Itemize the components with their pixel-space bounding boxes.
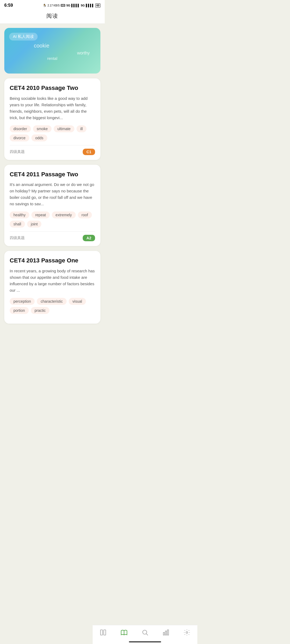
page-title: 阅读 [46,13,58,19]
signal-bars-2: ▌▌▌▌ [86,4,94,7]
penguin-icon: 🐧 [43,4,46,7]
tag-odds[interactable]: odds [31,134,47,141]
signal-5g-1: 5G [66,4,70,7]
tag-disorder[interactable]: disorder [10,125,31,132]
tag-characteristic[interactable]: characteristic [37,298,66,305]
tag-practic[interactable]: practic [31,307,49,314]
tag-ultimate[interactable]: ultimate [54,125,74,132]
tag-repeat[interactable]: repeat [31,211,50,218]
tag-visual[interactable]: visual [69,298,86,305]
tag-shall[interactable]: shall [10,221,25,228]
article-category-2: 四级真题 [10,236,25,240]
tag-roof[interactable]: roof [78,211,92,218]
ai-word-worthy: worthy [77,51,90,56]
signal-5g-2: 5G [81,4,85,7]
status-icons: 🐧 2.17 KB/S HD 5G ▌▌▌▌ 5G ▌▌▌▌ 60 [43,3,100,8]
article-tags-2: healthy repeat extremely roof shall join… [10,211,95,228]
status-bar: 6:59 🐧 2.17 KB/S HD 5G ▌▌▌▌ 5G ▌▌▌▌ 60 [0,0,105,10]
article-title-1: CET4 2010 Passage Two [10,84,95,92]
article-excerpt-3: In recent years, a growing body of resea… [10,268,95,294]
level-badge-c1: C1 [83,149,95,155]
main-content: AI 私人阅读 cookie worthy rental CET4 2010 P… [0,24,105,350]
article-title-2: CET4 2011 Passage Two [10,171,95,178]
ai-word-cookie: cookie [34,43,49,49]
tag-perception[interactable]: perception [10,298,35,305]
article-excerpt-1: Being sociable looks like a good way to … [10,95,95,121]
page-header: 阅读 [0,10,105,24]
tag-divorce[interactable]: divorce [10,134,29,141]
article-tags-1: disorder smoke ultimate ill divorce odds [10,125,95,141]
ai-banner-label: AI 私人阅读 [9,33,38,41]
article-excerpt-2: It's an annual argument. Do we or do we … [10,181,95,207]
tag-smoke[interactable]: smoke [33,125,52,132]
article-footer-1: 四级真题 C1 [10,145,95,155]
tag-extremely[interactable]: extremely [52,211,76,218]
article-card-cet4-2011[interactable]: CET4 2011 Passage Two It's an annual arg… [4,165,100,246]
battery-indicator: 60 [95,3,100,8]
tag-healthy[interactable]: healthy [10,211,29,218]
signal-bars-1: ▌▌▌▌ [71,4,80,7]
article-tags-3: perception characteristic visual portion… [10,298,95,320]
ai-banner[interactable]: AI 私人阅读 cookie worthy rental [4,28,100,74]
tag-joint[interactable]: joint [27,221,42,228]
article-footer-2: 四级真题 A2 [10,231,95,241]
ai-word-rental: rental [47,56,57,61]
article-card-cet4-2013[interactable]: CET4 2013 Passage One In recent years, a… [4,251,100,324]
level-badge-a2: A2 [83,235,95,241]
tag-portion[interactable]: portion [10,307,29,314]
article-title-3: CET4 2013 Passage One [10,257,95,265]
status-time: 6:59 [4,3,13,8]
network-speed: 2.17 KB/S [48,4,60,7]
hd-badge: HD [61,4,65,7]
article-card-cet4-2010[interactable]: CET4 2010 Passage Two Being sociable loo… [4,78,100,160]
tag-ill[interactable]: ill [77,125,86,132]
article-category-1: 四级真题 [10,149,25,154]
